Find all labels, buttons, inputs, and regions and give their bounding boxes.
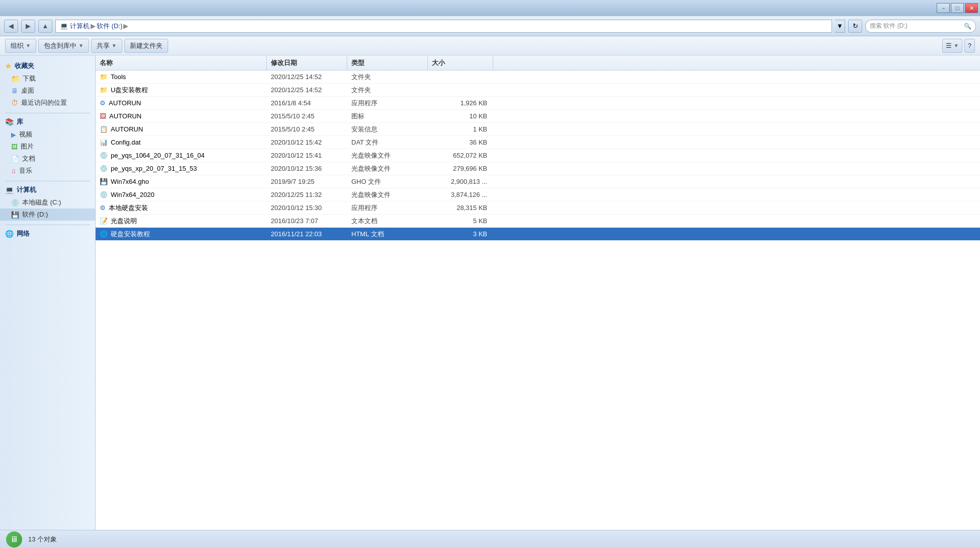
sidebar-item-drive-c[interactable]: 💿 本地磁盘 (C:) (0, 196, 95, 209)
address-dropdown[interactable]: ▼ (835, 20, 845, 33)
path-separator-2: ▶ (123, 22, 128, 30)
file-icon: 📊 (100, 139, 108, 146)
column-headers: 名称 修改日期 类型 大小 (96, 55, 980, 71)
file-type-cell: DAT 文件 (347, 138, 428, 147)
sidebar-item-docs[interactable]: 📄 文档 (0, 153, 95, 165)
file-name-text: Win7x64.gho (111, 178, 149, 185)
file-name-text: U盘安装教程 (111, 86, 148, 95)
sidebar-item-recent[interactable]: ⏱ 最近访问的位置 (0, 97, 95, 109)
file-name-cell: 📊 Config.dat (96, 139, 267, 146)
file-row[interactable]: 📝 光盘说明 2016/10/23 7:07 文本文档 5 KB (96, 215, 980, 228)
separator-3 (5, 225, 90, 225)
file-row[interactable]: 📁 Tools 2020/12/25 14:52 文件夹 (96, 71, 980, 84)
file-date-cell: 2016/1/8 4:54 (267, 99, 347, 107)
file-name-cell: 📝 光盘说明 (96, 217, 267, 226)
back-button[interactable]: ◀ (4, 20, 18, 33)
col-header-type[interactable]: 类型 (347, 55, 428, 70)
sidebar-item-music[interactable]: ♫ 音乐 (0, 165, 95, 177)
close-button[interactable]: ✕ (965, 3, 978, 13)
favorites-label: 收藏夹 (15, 61, 34, 71)
file-type-cell: 光盘映像文件 (347, 151, 428, 160)
library-section: 📚 库 ▶ 视频 🖼 图片 📄 文档 ♫ 音乐 (0, 115, 95, 177)
share-button[interactable]: 共享 ▼ (91, 39, 122, 53)
include-library-button[interactable]: 包含到库中 ▼ (38, 39, 89, 53)
file-icon: 💿 (100, 152, 108, 159)
file-row[interactable]: 📁 U盘安装教程 2020/12/25 14:52 文件夹 (96, 84, 980, 97)
file-area: 名称 修改日期 类型 大小 📁 Tools 2020/12/25 14:52 文… (96, 55, 980, 530)
new-folder-button[interactable]: 新建文件夹 (124, 39, 168, 53)
organize-button[interactable]: 组织 ▼ (5, 39, 36, 53)
sidebar-item-videos[interactable]: ▶ 视频 (0, 128, 95, 141)
file-date-cell: 2020/12/25 14:52 (267, 73, 347, 81)
file-size-cell: 1 KB (428, 125, 493, 133)
file-name-cell: 🌐 硬盘安装教程 (96, 230, 267, 239)
file-row[interactable]: ⚙ AUTORUN 2016/1/8 4:54 应用程序 1,926 KB (96, 97, 980, 110)
minimize-button[interactable]: － (937, 3, 950, 13)
col-header-name[interactable]: 名称 (96, 55, 267, 70)
file-icon: 📋 (100, 125, 108, 133)
sidebar-item-desktop[interactable]: 🖥 桌面 (0, 85, 95, 97)
main-layout: ★ 收藏夹 📁 下载 🖥 桌面 ⏱ 最近访问的位置 📚 库 (0, 55, 980, 530)
file-size-cell: 652,072 KB (428, 152, 493, 159)
search-box[interactable]: 搜索 软件 (D:) 🔍 (865, 20, 976, 33)
docs-label: 文档 (22, 154, 35, 163)
drive-c-icon: 💿 (11, 199, 19, 207)
file-date-cell: 2015/5/10 2:45 (267, 125, 347, 133)
titlebar: － □ ✕ (0, 0, 980, 16)
network-label: 网络 (17, 229, 30, 238)
file-icon: 🌐 (100, 230, 108, 238)
computer-section: 💻 计算机 💿 本地磁盘 (C:) 💾 软件 (D:) (0, 183, 95, 221)
music-label: 音乐 (19, 166, 32, 175)
videos-label: 视频 (19, 130, 32, 139)
file-row[interactable]: 💿 Win7x64_2020 2020/12/25 11:32 光盘映像文件 3… (96, 188, 980, 201)
col-header-size[interactable]: 大小 (428, 55, 493, 70)
file-type-cell: HTML 文档 (347, 230, 428, 239)
file-list: 📁 Tools 2020/12/25 14:52 文件夹 📁 U盘安装教程 20… (96, 71, 980, 530)
network-section: 🌐 网络 (0, 227, 95, 240)
file-row[interactable]: 💿 pe_yqs_xp_20_07_31_15_53 2020/10/12 15… (96, 162, 980, 175)
file-row[interactable]: 📋 AUTORUN 2015/5/10 2:45 安装信息 1 KB (96, 123, 980, 136)
share-dropdown-arrow: ▼ (112, 43, 117, 48)
maximize-button[interactable]: □ (951, 3, 964, 13)
sidebar-item-images[interactable]: 🖼 图片 (0, 141, 95, 153)
address-bar: ◀ ▶ ▲ 💻 计算机 ▶ 软件 (D:) ▶ ▼ ↻ 搜索 软件 (D:) 🔍 (0, 16, 980, 36)
address-path[interactable]: 💻 计算机 ▶ 软件 (D:) ▶ (55, 20, 832, 33)
file-date-cell: 2019/9/7 19:25 (267, 178, 347, 185)
file-name-text: AUTORUN (111, 125, 143, 133)
file-row[interactable]: 💾 Win7x64.gho 2019/9/7 19:25 GHO 文件 2,90… (96, 175, 980, 188)
file-name-text: pe_yqs_1064_20_07_31_16_04 (111, 152, 205, 159)
library-icon: 📚 (5, 118, 14, 126)
network-header: 🌐 网络 (0, 227, 95, 240)
file-name-text: 光盘说明 (111, 217, 137, 226)
sidebar-item-downloads[interactable]: 📁 下载 (0, 73, 95, 85)
file-row[interactable]: 🌐 硬盘安装教程 2016/11/21 22:03 HTML 文档 3 KB (96, 228, 980, 241)
back-icon: ◀ (9, 22, 14, 30)
library-label: 库 (17, 117, 23, 126)
file-name-text: Tools (111, 73, 126, 81)
file-row[interactable]: ⚙ 本地硬盘安装 2020/10/12 15:30 应用程序 28,315 KB (96, 201, 980, 215)
view-button[interactable]: ☰ ▼ (942, 39, 962, 53)
new-folder-label: 新建文件夹 (130, 41, 163, 50)
computer-header: 💻 计算机 (0, 183, 95, 196)
drive-c-label: 本地磁盘 (C:) (22, 198, 61, 207)
up-button[interactable]: ▲ (38, 20, 52, 33)
sidebar-item-drive-d[interactable]: 💾 软件 (D:) (0, 209, 95, 221)
file-name-cell: 💿 pe_yqs_xp_20_07_31_15_53 (96, 165, 267, 172)
file-name-text: Win7x64_2020 (111, 191, 155, 198)
images-icon: 🖼 (11, 143, 18, 151)
forward-button[interactable]: ▶ (21, 20, 35, 33)
file-size-cell: 3 KB (428, 230, 493, 238)
help-button[interactable]: ? (964, 39, 975, 53)
file-row[interactable]: 🖼 AUTORUN 2015/5/10 2:45 图标 10 KB (96, 110, 980, 123)
file-date-cell: 2015/5/10 2:45 (267, 112, 347, 120)
file-row[interactable]: 📊 Config.dat 2020/10/12 15:42 DAT 文件 36 … (96, 136, 980, 149)
refresh-button[interactable]: ↻ (848, 20, 862, 33)
file-name-cell: ⚙ AUTORUN (96, 99, 267, 107)
recent-icon: ⏱ (11, 99, 18, 107)
file-type-cell: 应用程序 (347, 203, 428, 213)
file-type-cell: 文件夹 (347, 73, 428, 82)
library-header: 📚 库 (0, 115, 95, 128)
file-row[interactable]: 💿 pe_yqs_1064_20_07_31_16_04 2020/10/12 … (96, 149, 980, 162)
col-header-date[interactable]: 修改日期 (267, 55, 347, 70)
file-size-cell: 5 KB (428, 217, 493, 225)
